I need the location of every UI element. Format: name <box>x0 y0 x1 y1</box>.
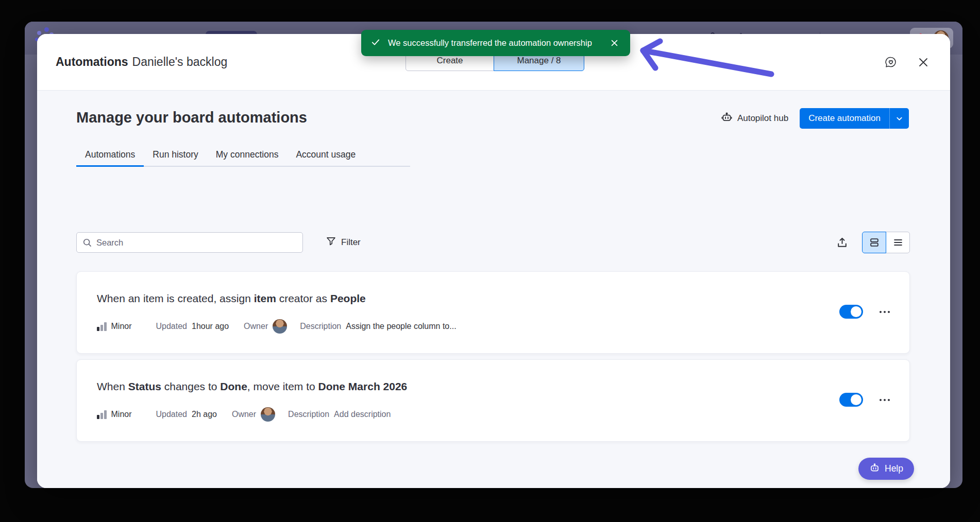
automation-card[interactable]: When Status changes to Done, move item t… <box>76 359 910 442</box>
autopilot-hub-link[interactable]: Autopilot hub <box>721 111 788 126</box>
list-view-button[interactable] <box>886 232 910 253</box>
nav-tab[interactable]: Run history <box>144 145 207 167</box>
description-value[interactable]: Assign the people column to... <box>346 322 456 331</box>
modal-title-bold: Automations <box>56 55 128 68</box>
updated-label: Updated <box>156 322 188 331</box>
page-title: Manage your board automations <box>76 109 307 126</box>
search-input[interactable] <box>76 232 303 253</box>
usage-level-icon <box>97 322 107 331</box>
export-icon[interactable] <box>834 234 851 251</box>
automations-modal: AutomationsDanielle's backlog Create Man… <box>37 34 950 488</box>
automation-meta: Minor Updated 1hour ago Owner Descriptio… <box>97 319 457 334</box>
usage-level-label: Minor <box>111 322 132 331</box>
chevron-down-icon[interactable] <box>889 108 909 129</box>
automation-toggle[interactable] <box>839 393 863 407</box>
updated-label: Updated <box>156 410 188 419</box>
feedback-bubble-heart-icon[interactable] <box>882 54 900 71</box>
updated-value: 2h ago <box>192 410 217 419</box>
automation-toggle[interactable] <box>839 305 863 319</box>
robot-icon <box>721 111 733 126</box>
automation-meta: Minor Updated 2h ago Owner Description A… <box>97 407 391 422</box>
description-label: Description <box>288 410 329 419</box>
automation-title: When Status changes to Done, move item t… <box>97 380 407 393</box>
search-box <box>76 232 303 253</box>
create-automation-label: Create automation <box>800 108 889 129</box>
owner-label: Owner <box>232 410 256 419</box>
automations-nav-tabs: Automations Run history My connections A… <box>76 145 410 167</box>
toast-notification: We successfully transferred the automati… <box>361 30 630 56</box>
help-button[interactable]: Help <box>858 458 914 480</box>
nav-tab[interactable]: Automations <box>76 145 144 167</box>
modal-close-icon[interactable] <box>915 54 932 71</box>
toast-close-icon[interactable] <box>608 37 621 49</box>
view-switcher <box>862 232 910 253</box>
description-value[interactable]: Add description <box>334 410 391 419</box>
owner-avatar[interactable] <box>261 407 275 422</box>
more-options-button[interactable] <box>878 308 891 316</box>
owner-label: Owner <box>244 322 268 331</box>
usage-level-icon <box>97 410 107 419</box>
automation-list: When an item is created, assign item cre… <box>76 271 910 447</box>
automation-title: When an item is created, assign item cre… <box>97 292 366 305</box>
modal-title: AutomationsDanielle's backlog <box>56 55 227 69</box>
owner-avatar[interactable] <box>273 319 287 334</box>
card-view-button[interactable] <box>862 232 886 253</box>
toolbar: Filter <box>76 232 910 253</box>
usage-level-label: Minor <box>111 410 132 419</box>
automation-card[interactable]: When an item is created, assign item cre… <box>76 271 910 354</box>
filter-button[interactable]: Filter <box>326 236 361 249</box>
nav-tab[interactable]: Account usage <box>287 145 364 167</box>
screenshot-stage: monday work management Enterprise <box>0 0 980 522</box>
updated-value: 1hour ago <box>192 322 229 331</box>
robot-icon <box>869 462 880 476</box>
board-name: Danielle's backlog <box>132 55 228 68</box>
help-label: Help <box>885 463 903 474</box>
nav-tab[interactable]: My connections <box>207 145 288 167</box>
more-options-button[interactable] <box>878 396 891 404</box>
search-icon <box>82 237 92 250</box>
description-label: Description <box>300 322 341 331</box>
autopilot-hub-label: Autopilot hub <box>737 113 788 124</box>
check-icon <box>370 37 381 49</box>
filter-funnel-icon <box>326 236 336 249</box>
toast-message: We successfully transferred the automati… <box>388 38 608 48</box>
create-automation-button[interactable]: Create automation <box>800 108 909 129</box>
filter-label: Filter <box>341 237 361 248</box>
